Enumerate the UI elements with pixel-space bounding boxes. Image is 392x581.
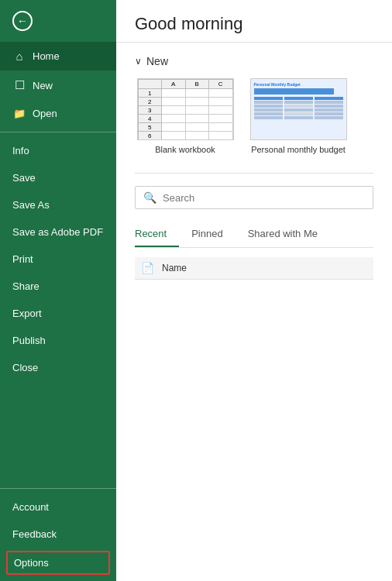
sidebar-label-save: Save <box>12 172 36 184</box>
new-section-title: New <box>146 55 168 67</box>
budget-preview: Personal Monthly Budget <box>251 79 346 139</box>
sidebar-item-save-adobe[interactable]: Save as Adobe PDF <box>0 218 116 246</box>
file-col-name: Name <box>162 263 187 273</box>
sidebar-label-print: Print <box>12 253 33 265</box>
template-budget-thumb: Personal Monthly Budget <box>250 78 347 140</box>
sidebar-item-options[interactable]: Options <box>6 551 110 575</box>
new-section-header: ∨ New <box>135 55 373 67</box>
main-header: Good morning <box>116 0 392 43</box>
sidebar-label-feedback: Feedback <box>12 528 57 540</box>
template-blank-label: Blank workbook <box>155 145 215 154</box>
search-bar[interactable]: 🔍 <box>135 186 373 209</box>
home-icon: ⌂ <box>12 50 26 63</box>
sidebar-label-share: Share <box>12 280 40 292</box>
sidebar-item-publish[interactable]: Publish <box>0 327 116 354</box>
page-title: Good morning <box>135 14 373 34</box>
content-divider <box>135 173 373 174</box>
file-list-header: 📄 Name <box>135 257 373 280</box>
blank-grid: A B C 1 2 3 4 5 6 <box>138 79 233 139</box>
sidebar-item-home[interactable]: ⌂ Home <box>0 42 116 70</box>
back-icon: ← <box>12 11 33 31</box>
sidebar-label-saveas: Save As <box>12 199 50 211</box>
sidebar-label-publish: Publish <box>12 335 46 346</box>
sidebar-label-close: Close <box>12 362 38 373</box>
sidebar-item-close[interactable]: Close <box>0 354 116 381</box>
chevron-down-icon[interactable]: ∨ <box>135 56 142 67</box>
sidebar: ← ⌂ Home ☐ New 📁 Open Info Save Save As … <box>0 0 116 581</box>
budget-thumb-title: Personal Monthly Budget <box>254 82 343 87</box>
sidebar-item-save[interactable]: Save <box>0 164 116 191</box>
sidebar-divider-2 <box>0 488 116 489</box>
sidebar-label-home: Home <box>33 50 60 62</box>
tabs-row: Recent Pinned Shared with Me <box>135 222 373 248</box>
sidebar-item-new[interactable]: ☐ New <box>0 70 116 100</box>
sidebar-item-account[interactable]: Account <box>0 493 116 521</box>
sidebar-label-account: Account <box>12 501 49 513</box>
sidebar-item-saveas[interactable]: Save As <box>0 191 116 218</box>
tab-shared[interactable]: Shared with Me <box>236 222 330 247</box>
templates-row: A B C 1 2 3 4 5 6 <box>135 78 373 154</box>
open-icon: 📁 <box>12 108 26 119</box>
sidebar-label-options: Options <box>14 557 49 569</box>
new-icon: ☐ <box>12 78 26 92</box>
sidebar-label-new: New <box>33 80 53 91</box>
sidebar-label-info: Info <box>12 145 29 156</box>
sidebar-label-open: Open <box>33 108 57 119</box>
tab-recent[interactable]: Recent <box>135 222 179 247</box>
sidebar-label-export: Export <box>12 308 42 319</box>
sidebar-item-open[interactable]: 📁 Open <box>0 100 116 127</box>
main-body: ∨ New A B C <box>116 43 392 581</box>
sidebar-item-print[interactable]: Print <box>0 246 116 273</box>
sidebar-item-info[interactable]: Info <box>0 137 116 164</box>
main-content: Good morning ∨ New A B <box>116 0 392 581</box>
template-blank-thumb: A B C 1 2 3 4 5 6 <box>137 78 234 140</box>
sidebar-bottom: Account Feedback Options <box>0 483 116 581</box>
template-budget-label: Personal monthly budget <box>251 145 346 154</box>
sidebar-item-feedback[interactable]: Feedback <box>0 521 116 548</box>
template-budget[interactable]: Personal Monthly Budget <box>248 78 349 154</box>
template-blank[interactable]: A B C 1 2 3 4 5 6 <box>135 78 236 154</box>
sidebar-divider-1 <box>0 132 116 132</box>
back-button[interactable]: ← <box>0 0 116 42</box>
file-icon: 📄 <box>141 262 154 274</box>
tab-pinned[interactable]: Pinned <box>179 222 235 247</box>
search-icon: 🔍 <box>143 191 156 204</box>
sidebar-item-export[interactable]: Export <box>0 300 116 327</box>
sidebar-label-save-adobe: Save as Adobe PDF <box>12 226 103 238</box>
sidebar-item-share[interactable]: Share <box>0 273 116 300</box>
search-input[interactable] <box>163 192 365 204</box>
